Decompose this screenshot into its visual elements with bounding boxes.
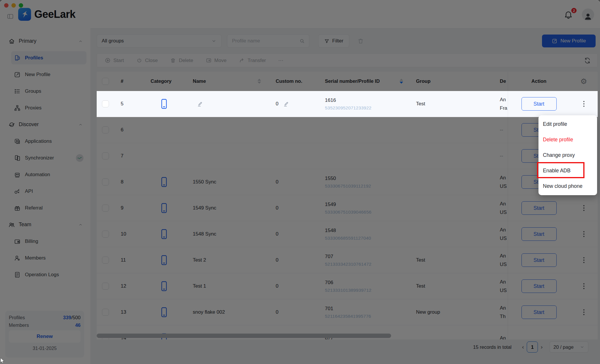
user-avatar[interactable] (582, 8, 594, 21)
table-row[interactable]: 6--Start (97, 117, 598, 143)
row-more-menu-icon[interactable] (582, 229, 586, 239)
row-checkbox[interactable] (102, 309, 109, 316)
sidebar-item-synchronizer[interactable]: Synchronizer (11, 151, 86, 164)
table-row[interactable]: 7--Start (97, 143, 598, 169)
sidebar-item-members[interactable]: Members (11, 251, 86, 265)
horizontal-scrollbar[interactable] (97, 334, 391, 338)
toolbar-move-button[interactable]: Move (206, 57, 227, 63)
start-button[interactable]: Start (521, 227, 557, 241)
start-button[interactable]: Start (521, 201, 557, 215)
sort-icon[interactable] (258, 79, 261, 84)
start-button[interactable]: Start (521, 97, 557, 111)
minimize-window-button[interactable] (11, 3, 16, 8)
menu-item-enable-adb[interactable]: Enable ADB (538, 163, 597, 178)
menu-item-change-proxy[interactable]: Change proxy (538, 147, 597, 163)
renew-button[interactable]: Renew (9, 330, 81, 343)
toolbar-start-button[interactable]: Start (105, 57, 124, 63)
sidebar-item-new-profile[interactable]: New Profile (11, 68, 86, 81)
select-all-checkbox[interactable] (102, 78, 109, 85)
row-checkbox[interactable] (102, 178, 109, 186)
device-cell: AnFra (495, 91, 508, 117)
start-button[interactable]: Start (521, 253, 557, 267)
profile-search-box (227, 34, 309, 48)
sidebar-item-referral[interactable]: Referral (11, 201, 86, 214)
edit-name-icon[interactable] (197, 101, 203, 107)
row-checkbox[interactable] (102, 100, 109, 107)
sidebar-item-api[interactable]: API (11, 185, 86, 198)
sidebar-section-discover[interactable]: Discover (0, 118, 86, 131)
edit-custom-no-icon[interactable] (283, 101, 289, 107)
row-checkbox[interactable] (102, 205, 109, 212)
sort-desc-icon (258, 82, 261, 84)
row-more-menu-icon[interactable] (582, 308, 586, 317)
prev-page-icon[interactable]: ‹ (522, 344, 524, 351)
sidebar-item-proxies[interactable]: Proxies (11, 101, 86, 114)
profile-name: 1550 Sync (193, 179, 216, 185)
table-row[interactable]: 11Test 20707521333342310761472TestAnUSSt… (97, 247, 598, 273)
row-menu-cell (570, 195, 598, 221)
sidebar-collapse-icon[interactable] (6, 13, 14, 20)
category-cell (144, 247, 188, 273)
row-checkbox[interactable] (102, 283, 109, 290)
category-cell (144, 273, 188, 299)
zoom-window-button[interactable] (19, 3, 23, 8)
refresh-icon[interactable] (584, 57, 591, 64)
row-menu-cell (570, 247, 598, 273)
profile-search-input[interactable] (231, 38, 291, 44)
group-filter-select[interactable]: All groups (97, 34, 221, 48)
row-more-menu-icon[interactable] (582, 99, 586, 109)
clear-filter-icon[interactable] (356, 34, 366, 48)
new-profile-button[interactable]: New Profile (542, 35, 596, 47)
next-page-icon[interactable]: › (541, 344, 543, 351)
sidebar-item-profiles[interactable]: Profiles (11, 51, 86, 64)
filter-button[interactable]: Filter (318, 34, 349, 48)
profiles-usage-label: Profiles (9, 315, 25, 320)
row-more-menu-icon[interactable] (582, 281, 586, 291)
device-empty: -- (500, 127, 503, 133)
start-button[interactable]: Start (521, 305, 557, 319)
sidebar-section-primary[interactable]: Primary (0, 35, 86, 48)
row-select-cell (97, 91, 117, 117)
operation-logs-icon (14, 271, 21, 278)
custom-no-cell: 0 (265, 195, 318, 221)
table-row[interactable]: 13snoy flake 0020701521164235841995776Ne… (97, 299, 598, 325)
current-page[interactable]: 1 (527, 341, 538, 353)
close-window-button[interactable] (4, 3, 8, 8)
toolbar-delete-button[interactable]: Delete (170, 57, 193, 63)
row-more-menu-icon[interactable] (582, 203, 586, 213)
profiles-used: 339 (63, 315, 71, 320)
device-wrap: AnUS (500, 253, 507, 267)
row-checkbox[interactable] (102, 231, 109, 238)
row-checkbox[interactable] (102, 257, 109, 264)
row-checkbox[interactable] (102, 152, 109, 159)
table-row[interactable]: 91549 Sync01549533306751039046656AnUSSta… (97, 195, 598, 221)
table-row[interactable]: 12Test 10706521333101389939712TestAnUSSt… (97, 273, 598, 299)
menu-item-delete-profile[interactable]: Delete profile (538, 132, 597, 147)
table-row[interactable]: 81550 Sync01550533306751039112192AnUSSta… (97, 169, 598, 195)
row-more-menu-icon[interactable] (582, 255, 586, 265)
notifications-button[interactable]: 2 (564, 9, 574, 20)
column-settings-gear-icon[interactable]: ⚙ (580, 78, 587, 85)
sidebar-item-billing[interactable]: Billing (11, 235, 86, 248)
sidebar-section-team[interactable]: Team (0, 218, 86, 231)
row-checkbox[interactable] (102, 126, 109, 133)
applications-icon (14, 138, 21, 145)
start-button[interactable]: Start (521, 279, 557, 293)
sidebar-item-applications[interactable]: Applications (11, 135, 86, 148)
sidebar-item-groups[interactable]: Groups (11, 85, 86, 98)
table-row[interactable]: 501616535230952071233922TestAnFraStart (97, 91, 598, 117)
toolbar-more-button[interactable]: ⋯ (278, 57, 283, 63)
sidebar-item-automation[interactable]: Automation (11, 168, 86, 181)
menu-item-edit-profile[interactable]: Edit profile (538, 116, 597, 132)
toolbar-transfer-button[interactable]: Transfer (239, 57, 266, 63)
toolbar-action-label: Move (214, 58, 227, 63)
chevron-up-icon (78, 222, 83, 227)
sort-icon[interactable] (400, 79, 403, 84)
page-size-select[interactable]: 20 / page (550, 341, 588, 353)
row-number-cell: 7 (117, 143, 144, 169)
table-row[interactable]: 101548 Sync01548533306685591127040AnUSSt… (97, 221, 598, 247)
sidebar-item-operation-logs[interactable]: Operation Logs (11, 268, 86, 281)
menu-item-new-cloud-phone[interactable]: New cloud phone (538, 178, 597, 194)
toolbar-close-button[interactable]: Close (136, 57, 158, 63)
row-number-cell: 8 (117, 169, 144, 195)
